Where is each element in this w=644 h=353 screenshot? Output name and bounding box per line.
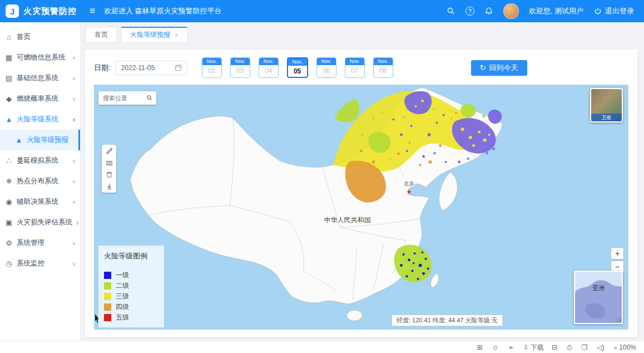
- level1-swatch: [104, 272, 111, 279]
- date-input[interactable]: [120, 63, 172, 72]
- sidebar-item-system-management[interactable]: ⚙系统管理∨: [0, 233, 80, 253]
- delete-icon[interactable]: [105, 170, 113, 179]
- sidebar-item-home[interactable]: ⌂首页: [0, 27, 80, 47]
- home-icon: ⌂: [4, 33, 13, 41]
- chevron-down-icon: ∨: [72, 158, 76, 164]
- quick-date-buttons: Nov.02 Nov.03 Nov.04 Nov.05 Nov.06 Nov.0…: [202, 57, 393, 78]
- draw-pencil-icon[interactable]: [105, 147, 113, 155]
- snowflake-icon: ❄: [4, 177, 13, 185]
- date-picker[interactable]: [115, 61, 187, 75]
- chevron-down-icon: ∨: [72, 179, 76, 184]
- capital-star-icon: ★: [407, 188, 412, 195]
- gear-icon: ⚙: [4, 239, 13, 247]
- country-label: 中华人民共和国: [324, 217, 370, 224]
- chevron-down-icon: ∨: [72, 241, 76, 246]
- help-icon[interactable]: ?: [465, 7, 474, 16]
- chevron-down-icon: ∨: [72, 55, 76, 61]
- measure-icon[interactable]: [105, 159, 113, 167]
- fire-risk-icon: ▲: [14, 136, 23, 144]
- calendar-icon: [174, 63, 182, 72]
- date-button-nov05-selected[interactable]: Nov.05: [287, 57, 308, 78]
- app-grid-icon[interactable]: ⊞: [477, 344, 484, 351]
- level2-region-a: [334, 99, 359, 122]
- fire-risk-icon: ▲: [4, 115, 13, 124]
- minimap-resize-handle[interactable]: [616, 317, 622, 323]
- panel-icon[interactable]: ⊟: [552, 344, 559, 351]
- app-logo-area: J 火灾预警防控: [0, 4, 81, 18]
- date-button-nov04[interactable]: Nov.04: [259, 57, 279, 78]
- satellite-label: 卫星: [591, 114, 622, 121]
- smiley-icon[interactable]: ☺: [492, 344, 501, 351]
- content-card: 日期: Nov.02 Nov.03 Nov.04 Nov.05 Nov.06 N…: [85, 50, 637, 337]
- map-search-input[interactable]: [102, 94, 144, 102]
- sidebar-item-basic-info[interactable]: ▤基础信息系统∨: [0, 68, 80, 89]
- user-greeting: 欢迎您, 测试用户: [529, 6, 583, 16]
- legend-item-level5: 五级: [104, 312, 158, 323]
- bottom-status-bar: ⊞ ☺ ➢ ⇩下载 ⊟ ⎙ ❐ ◁) ⌕100%: [0, 341, 644, 353]
- date-button-nov02[interactable]: Nov.02: [202, 57, 222, 78]
- minimap-asia-shape: [575, 272, 622, 323]
- logout-button[interactable]: 退出登录: [593, 6, 634, 16]
- minimap-label: 亚洲: [575, 284, 622, 292]
- capital-label: 北京: [404, 180, 414, 187]
- chevron-down-icon: ∨: [72, 76, 76, 81]
- user-avatar[interactable]: [503, 3, 519, 19]
- download-button[interactable]: ⇩下载: [523, 343, 544, 352]
- map-draw-toolbar: [102, 145, 116, 193]
- footprint-icon: ∴: [4, 156, 13, 165]
- app-title: 火灾预警防控: [23, 6, 77, 17]
- china-map: 北京 ★ 中华人民共和国: [94, 85, 628, 330]
- tab-home[interactable]: 首页: [85, 27, 117, 43]
- sidebar-item-fire-risk-system[interactable]: ▲火险等级系统∧: [0, 109, 80, 130]
- back-to-today-button[interactable]: ↻回到今天: [471, 60, 527, 76]
- sidebar-item-spread-simulation[interactable]: ∴蔓延模拟系统∨: [0, 150, 80, 171]
- volume-icon[interactable]: ◁): [597, 344, 606, 351]
- bell-icon[interactable]: [484, 7, 493, 16]
- app-shell: ⌂首页 ▦可燃物信息系统∨ ▤基础信息系统∨ ◆燃烧概率系统∨ ▲火险等级系统∧…: [0, 22, 644, 341]
- power-icon: [593, 7, 602, 16]
- date-button-nov03[interactable]: Nov.03: [230, 57, 250, 78]
- legend-title: 火险等级图例: [104, 251, 158, 261]
- sidebar-item-burn-probability[interactable]: ◆燃烧概率系统∨: [0, 89, 80, 109]
- refresh-icon: ↻: [480, 63, 486, 72]
- download-layer-icon[interactable]: [105, 182, 113, 190]
- browser-zoom-control[interactable]: ⌕100%: [614, 344, 636, 351]
- window-icon[interactable]: ❐: [582, 344, 589, 351]
- grid-icon: ▦: [4, 53, 13, 62]
- tab-bar: 首页 火险等级预报×: [81, 22, 644, 43]
- sidebar-item-hotspot-distribution[interactable]: ❄热点分布系统∨: [0, 171, 80, 192]
- level5-swatch: [104, 314, 111, 321]
- sidebar-item-fire-loss-assessment[interactable]: ▣火灾损失评估系统∨: [0, 212, 80, 233]
- chevron-down-icon: ∨: [76, 220, 80, 225]
- chart-icon: ▣: [4, 218, 13, 227]
- tab-fire-risk-forecast[interactable]: 火险等级预报×: [121, 27, 187, 43]
- sidebar-item-combustible-info[interactable]: ▦可燃物信息系统∨: [0, 47, 80, 68]
- date-button-nov06[interactable]: Nov.06: [316, 57, 336, 78]
- satellite-layer-toggle[interactable]: 卫星: [590, 88, 623, 122]
- target-icon: ◉: [4, 198, 13, 206]
- rocket-icon[interactable]: ➢: [508, 344, 516, 351]
- sidebar-item-fire-risk-forecast[interactable]: ▲火险等级预报: [0, 130, 80, 150]
- date-button-nov08[interactable]: Nov.08: [373, 57, 393, 78]
- sidebar-item-decision-support[interactable]: ◉辅助决策系统∨: [0, 192, 80, 212]
- welcome-banner: 欢迎进入 森林草原火灾预警防控平台: [104, 6, 222, 16]
- map-search-box[interactable]: [98, 91, 156, 105]
- overview-minimap[interactable]: 亚洲: [574, 271, 623, 324]
- zoom-in-button[interactable]: +: [611, 247, 624, 259]
- close-tab-icon[interactable]: ×: [175, 32, 178, 38]
- level4-swatch: [104, 303, 111, 311]
- search-icon[interactable]: [447, 7, 455, 16]
- menu-collapse-icon[interactable]: ≡: [90, 6, 95, 17]
- fire-risk-legend: 火险等级图例 一级 二级 三级 四级 五级: [98, 246, 164, 327]
- sidebar-item-system-monitoring[interactable]: ◷系统监控∨: [0, 253, 80, 274]
- app-window: J 火灾预警防控 ≡ 欢迎进入 森林草原火灾预警防控平台 ? 欢迎您, 测试用户…: [0, 0, 644, 353]
- date-button-nov07[interactable]: Nov.07: [345, 57, 365, 78]
- logout-label: 退出登录: [605, 6, 634, 16]
- chevron-up-icon: ∧: [72, 117, 76, 122]
- document-icon: ▤: [4, 74, 13, 82]
- printer-icon[interactable]: ⎙: [567, 344, 574, 351]
- level2-swatch: [104, 282, 111, 290]
- magnifier-icon[interactable]: [146, 94, 153, 102]
- map-canvas[interactable]: 北京 ★ 中华人民共和国: [94, 85, 628, 330]
- legend-item-level1: 一级: [104, 270, 158, 281]
